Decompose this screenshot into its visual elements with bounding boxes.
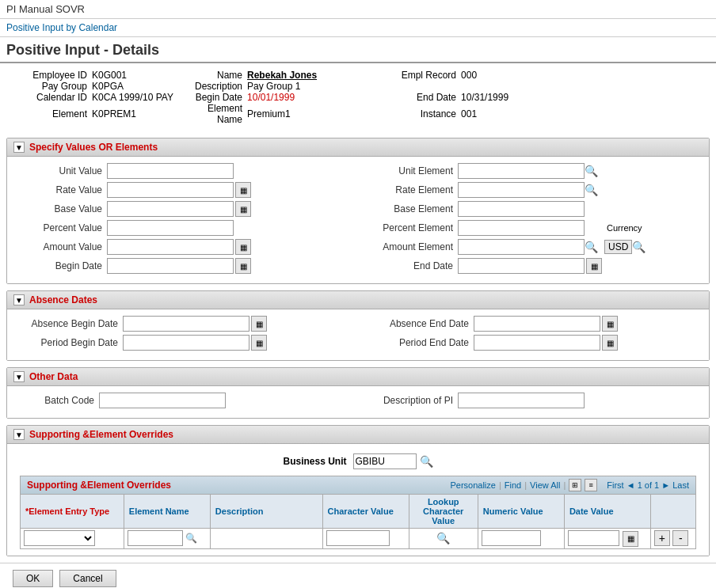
absence-dates-section: ▼ Absence Dates Absence Begin Date ▦ Per… [6,290,710,361]
absence-end-date-input[interactable] [474,316,600,332]
end-date-sv-calendar-btn[interactable]: ▦ [586,258,602,274]
percent-element-input[interactable] [458,220,585,236]
employee-id-value: K0G001 [92,70,127,81]
base-value-label: Base Value [20,203,107,214]
period-end-date-calendar-btn[interactable]: ▦ [602,335,618,351]
rate-value-label: Rate Value [20,184,107,195]
end-date-label: End Date [417,92,456,103]
absence-dates-collapse-icon[interactable]: ▼ [13,294,25,305]
begin-date-label: Begin Date [196,92,242,103]
table-row: 🔍 🔍 ▦ [21,529,696,549]
element-name-row-input[interactable] [128,530,183,546]
numeric-value-input[interactable] [482,530,541,546]
instance-value: 001 [461,108,477,119]
cancel-button[interactable]: Cancel [59,570,116,587]
supporting-elements-title: Supporting &Element Overrides [29,429,173,440]
view-mode-btn-1[interactable]: ⊞ [569,479,581,491]
base-value-calendar-btn[interactable]: ▦ [235,201,251,217]
supporting-elements-table: *Element Entry Type Element Name Descrip… [20,494,696,549]
element-name-lookup-btn[interactable]: 🔍 [185,533,197,544]
last-link[interactable]: Last [672,480,689,490]
employee-id-label: Employee ID [32,70,87,81]
calendar-id-value: K0CA 1999/10 PAY [92,92,173,103]
end-date-sv-label: End Date [371,260,458,271]
supporting-elements-section: ▼ Supporting &Element Overrides Business… [6,425,710,556]
currency-label: Currency [607,223,642,233]
business-unit-lookup-btn[interactable]: 🔍 [420,455,433,468]
currency-value-display: USD [604,240,632,254]
rate-element-input[interactable] [458,182,585,198]
period-begin-date-label: Period Begin Date [20,337,123,348]
header-title: PI Manual SOVR [6,3,85,15]
description-pi-label: Description of PI [371,395,458,406]
view-mode-btn-2[interactable]: ≡ [585,479,597,491]
base-element-label: Base Element [371,203,458,214]
personalize-link[interactable]: Personalize [450,480,495,490]
add-row-btn[interactable]: + [654,530,670,546]
nav-prev-icon[interactable]: ◄ [626,480,635,490]
absence-dates-title: Absence Dates [29,294,97,305]
amount-element-input[interactable] [458,239,585,255]
business-unit-label: Business Unit [283,456,346,467]
unit-element-input[interactable] [458,163,585,179]
remove-row-btn[interactable]: - [672,530,688,546]
nav-next-icon[interactable]: ► [661,480,670,490]
calendar-id-label: Calendar ID [36,92,87,103]
element-label: Element [52,108,87,119]
lookup-char-value-btn[interactable]: 🔍 [436,532,450,544]
amount-element-lookup-btn[interactable]: 🔍 [585,241,598,253]
rate-value-calendar-btn[interactable]: ▦ [235,182,251,198]
element-entry-type-select[interactable] [24,530,95,546]
begin-date-sv-input[interactable] [107,258,234,274]
end-date-value: 10/31/1999 [461,92,508,103]
ok-button[interactable]: OK [13,570,53,587]
description-pi-input[interactable] [458,393,585,408]
supporting-elements-collapse-icon[interactable]: ▼ [13,429,25,440]
batch-code-label: Batch Code [20,395,99,406]
page-header: PI Manual SOVR [0,0,716,19]
absence-end-date-calendar-btn[interactable]: ▦ [602,316,618,332]
period-end-date-input[interactable] [474,335,600,351]
breadcrumb: Positive Input by Calendar [0,19,716,37]
specify-values-collapse-icon[interactable]: ▼ [13,142,25,153]
first-link[interactable]: First [607,480,623,490]
end-date-sv-input[interactable] [458,258,585,274]
period-begin-date-calendar-btn[interactable]: ▦ [251,335,267,351]
rate-value-input[interactable] [107,182,234,198]
unit-value-input[interactable] [107,163,234,179]
base-value-input[interactable] [107,201,234,217]
amount-value-calendar-btn[interactable]: ▦ [235,239,251,255]
percent-value-input[interactable] [107,220,234,236]
unit-element-lookup-btn[interactable]: 🔍 [585,165,598,177]
view-all-link[interactable]: View All [530,480,560,490]
col-element-entry-type: *Element Entry Type [21,495,124,529]
other-data-collapse-icon[interactable]: ▼ [13,371,25,382]
pay-group-value: K0PGA [92,81,124,92]
absence-begin-date-calendar-btn[interactable]: ▦ [251,316,267,332]
base-element-input[interactable] [458,201,585,217]
rate-element-label: Rate Element [371,184,458,195]
find-link[interactable]: Find [505,480,521,490]
col-actions [650,495,695,529]
empl-record-label: Empl Record [402,70,456,81]
begin-date-sv-calendar-btn[interactable]: ▦ [235,258,251,274]
col-numeric-value: Numeric Value [478,495,564,529]
period-begin-date-input[interactable] [123,335,249,351]
currency-lookup-btn[interactable]: 🔍 [632,241,646,253]
character-value-input[interactable] [326,530,390,546]
date-value-input[interactable] [568,530,619,546]
table-title: Supporting &Element Overrides [27,480,171,491]
date-value-calendar-btn[interactable]: ▦ [623,531,638,547]
batch-code-input[interactable] [99,393,226,408]
unit-element-label: Unit Element [371,165,458,176]
page-title: Positive Input - Details [0,37,716,63]
other-data-title: Other Data [29,371,78,382]
begin-date-sv-label: Begin Date [20,260,107,271]
business-unit-input[interactable] [353,453,417,469]
absence-begin-date-input[interactable] [123,316,249,332]
amount-value-input[interactable] [107,239,234,255]
rate-element-lookup-btn[interactable]: 🔍 [585,184,598,196]
col-lookup-char-value: Lookup Character Value [409,495,478,529]
amount-element-label: Amount Element [371,241,458,252]
other-data-section: ▼ Other Data Batch Code Description of P… [6,367,710,419]
